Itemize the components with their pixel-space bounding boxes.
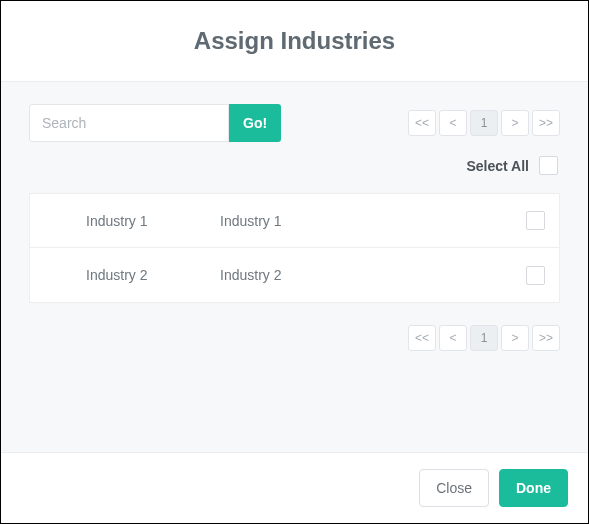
modal-footer: Close Done	[1, 452, 588, 523]
pager-next-button[interactable]: >	[501, 325, 529, 351]
search-input[interactable]	[29, 104, 229, 142]
done-button[interactable]: Done	[499, 469, 568, 507]
modal-header: Assign Industries	[1, 1, 588, 81]
close-button[interactable]: Close	[419, 469, 489, 507]
row-checkbox-cell	[517, 266, 545, 285]
pager-prev-button[interactable]: <	[439, 110, 467, 136]
top-controls: Go! << < 1 > >>	[29, 104, 560, 142]
pager-next-button[interactable]: >	[501, 110, 529, 136]
pager-last-button[interactable]: >>	[532, 325, 560, 351]
modal-body: Go! << < 1 > >> Select All Industry 1 In…	[1, 81, 588, 452]
search-group: Go!	[29, 104, 281, 142]
row-checkbox-cell	[517, 211, 545, 230]
row-checkbox[interactable]	[526, 211, 545, 230]
row-col2: Industry 2	[220, 267, 517, 283]
modal-title: Assign Industries	[1, 27, 588, 55]
search-go-button[interactable]: Go!	[229, 104, 281, 142]
pager-top: << < 1 > >>	[408, 110, 560, 136]
pager-page-button[interactable]: 1	[470, 325, 498, 351]
pager-prev-button[interactable]: <	[439, 325, 467, 351]
row-col1: Industry 1	[30, 213, 220, 229]
select-all-label: Select All	[466, 158, 529, 174]
table-row: Industry 1 Industry 1	[30, 194, 559, 248]
row-col1: Industry 2	[30, 267, 220, 283]
pager-first-button[interactable]: <<	[408, 110, 436, 136]
assign-industries-modal: Assign Industries Go! << < 1 > >> Select…	[0, 0, 589, 524]
industries-table: Industry 1 Industry 1 Industry 2 Industr…	[29, 193, 560, 303]
row-checkbox[interactable]	[526, 266, 545, 285]
pager-bottom: << < 1 > >>	[408, 325, 560, 351]
pager-page-button[interactable]: 1	[470, 110, 498, 136]
select-all-row: Select All	[29, 156, 560, 175]
row-col2: Industry 1	[220, 213, 517, 229]
pager-first-button[interactable]: <<	[408, 325, 436, 351]
pager-bottom-row: << < 1 > >>	[29, 325, 560, 351]
select-all-checkbox[interactable]	[539, 156, 558, 175]
table-row: Industry 2 Industry 2	[30, 248, 559, 302]
pager-last-button[interactable]: >>	[532, 110, 560, 136]
